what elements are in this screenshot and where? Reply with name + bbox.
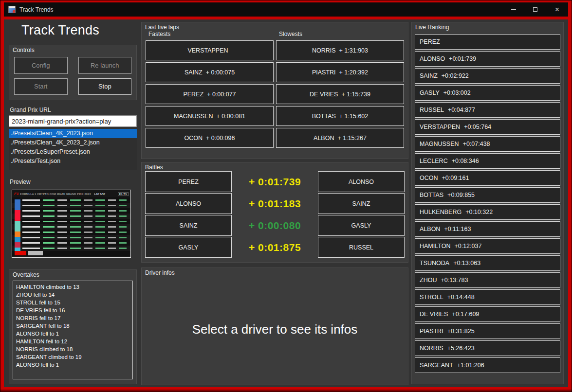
fastest-lap-row[interactable]: VERSTAPPEN <box>146 40 274 60</box>
stop-button[interactable]: Stop <box>78 78 132 95</box>
preset-item[interactable]: ./Presets/Clean_4K_2023.json <box>9 129 137 138</box>
ranking-row[interactable]: VERSTAPPEN+0:05:764 <box>415 119 560 135</box>
controls-grid: Config Re launch Start Stop <box>13 57 132 95</box>
ranking-row[interactable]: BOTTAS+0:09:855 <box>415 187 560 203</box>
lap-gap: + 0:00:075 <box>206 69 235 76</box>
left-panel: Track Trends Controls Config Re launch S… <box>9 19 137 387</box>
battle-gap: + 0:00:080 <box>232 215 318 236</box>
ranking-row[interactable]: SAINZ+0:02:922 <box>415 68 560 84</box>
lap-gap: + 0:00:096 <box>206 135 235 142</box>
relaunch-button[interactable]: Re launch <box>78 57 132 74</box>
slowest-lap-row[interactable]: BOTTAS + 1:15:602 <box>276 106 404 126</box>
driver-gap: +0:01:739 <box>449 55 476 62</box>
preset-item[interactable]: ./Presets/Clean_4K_2023_2.json <box>9 138 137 147</box>
ranking-row[interactable]: ALONSO+0:01:739 <box>415 51 560 67</box>
ranking-row[interactable]: HULKENBERG+0:10:322 <box>415 204 560 220</box>
close-button[interactable]: × <box>546 2 568 17</box>
driver-name: NORRIS <box>312 47 336 54</box>
f1-logo-icon: F1 <box>14 192 18 196</box>
battle-right-driver[interactable]: GASLY <box>318 215 405 236</box>
last-five-laps-label: Last five laps <box>145 24 179 31</box>
driver-gap: +0:17:609 <box>452 311 479 318</box>
ranking-row[interactable]: PIASTRI+0:31:825 <box>415 323 560 339</box>
driver-name: HULKENBERG <box>420 209 461 215</box>
battle-row: ALONSO + 0:01:183 SAINZ <box>145 193 405 214</box>
battle-left-driver[interactable]: SAINZ <box>145 215 232 236</box>
driver-gap: +0:10:322 <box>465 209 493 215</box>
ranking-row[interactable]: PEREZ <box>415 34 560 50</box>
preset-item[interactable]: ./Presets/Test.json <box>9 157 137 166</box>
overtake-item: ZHOU fell to 14 <box>16 291 129 299</box>
battle-left-driver[interactable]: GASLY <box>145 237 232 258</box>
preview-gray-chip <box>28 251 43 255</box>
start-button[interactable]: Start <box>14 78 68 95</box>
driver-infos-placeholder: Select a driver to see its infos <box>192 322 358 337</box>
fastest-lap-row[interactable]: OCON + 0:00:096 <box>146 128 274 148</box>
slowest-lap-row[interactable]: DE VRIES + 1:15:739 <box>276 84 404 104</box>
driver-gap: +0:08:346 <box>452 158 479 164</box>
presets-list[interactable]: ./Presets/Clean_4K_2023.json ./Presets/C… <box>9 128 137 170</box>
driver-name: ALONSO <box>420 55 445 62</box>
driver-gap: +0:05:764 <box>464 124 491 130</box>
live-ranking-group: Live Ranking PEREZ ALONSO+0:01:739 SAINZ… <box>411 22 564 384</box>
ranking-row[interactable]: NORRIS+5:26:423 <box>415 340 560 356</box>
minimize-icon <box>511 9 516 10</box>
grand-prix-url-input[interactable] <box>9 115 137 127</box>
minimize-button[interactable] <box>502 2 524 17</box>
fastest-lap-row[interactable]: PEREZ + 0:00:077 <box>146 84 274 104</box>
ranking-row[interactable]: DE VRIES+0:17:609 <box>415 306 560 322</box>
ranking-row[interactable]: RUSSEL+0:04:877 <box>415 102 560 118</box>
app-title: Track Trends <box>21 23 137 38</box>
titlebar: Track Trends × <box>4 2 568 17</box>
ranking-row[interactable]: OCON+0:09:161 <box>415 170 560 186</box>
battle-left-driver[interactable]: ALONSO <box>145 193 232 214</box>
driver-name: HAMILTON <box>420 243 450 249</box>
battle-right-driver[interactable]: RUSSEL <box>318 237 405 258</box>
driver-name: PEREZ <box>420 38 440 45</box>
preset-item[interactable]: ./Presets/LeSuperPreset.json <box>9 147 137 157</box>
live-ranking-label: Live Ranking <box>415 24 449 31</box>
battle-row: PEREZ + 0:01:739 ALONSO <box>145 171 405 192</box>
driver-gap: +0:31:825 <box>447 328 475 335</box>
overtake-item: SARGEANT fell to 18 <box>16 322 129 330</box>
ranking-row[interactable]: MAGNUSSEN+0:07:438 <box>415 136 560 152</box>
driver-gap: +0:11:163 <box>444 226 471 232</box>
ranking-row[interactable]: TSUNODA+0:13:063 <box>415 255 560 271</box>
overtake-item: NORRIS climbed to 18 <box>16 345 129 353</box>
driver-infos-label: Driver infos <box>145 269 175 276</box>
slowest-lap-row[interactable]: PIASTRI + 1:20:392 <box>276 62 404 82</box>
slowest-lap-row[interactable]: ALBON + 1:15:267 <box>276 128 404 148</box>
battle-left-driver[interactable]: PEREZ <box>145 171 232 192</box>
driver-name: STROLL <box>420 294 443 301</box>
lap-gap: + 1:20:392 <box>339 69 368 76</box>
ranking-row[interactable]: ALBON+0:11:163 <box>415 221 560 237</box>
config-button[interactable]: Config <box>14 57 68 74</box>
maximize-button[interactable] <box>524 2 546 17</box>
fastest-lap-row[interactable]: SAINZ + 0:00:075 <box>146 62 274 82</box>
driver-gap: +5:26:423 <box>447 345 475 352</box>
battle-right-driver[interactable]: ALONSO <box>318 171 405 192</box>
battle-right-driver[interactable]: SAINZ <box>318 193 405 214</box>
battle-row: GASLY + 0:01:875 RUSSEL <box>145 237 405 258</box>
driver-name: OCON <box>185 135 203 142</box>
ranking-row[interactable]: GASLY+0:03:002 <box>415 85 560 101</box>
driver-gap: +0:03:002 <box>443 89 471 96</box>
fastest-lap-row[interactable]: MAGNUSSEN + 0:00:081 <box>146 106 274 126</box>
preview-timing-rows <box>12 197 130 257</box>
overtakes-list[interactable]: HAMILTON climbed to 13 ZHOU fell to 14 S… <box>13 281 133 379</box>
ranking-row[interactable]: SARGEANT+1:01:206 <box>415 357 560 373</box>
driver-gap: +0:13:063 <box>453 260 480 267</box>
preview-image: F1 FORMULA 1 CRYPTO.COM MIAMI GRAND PRIX… <box>12 190 131 258</box>
driver-name: BOTTAS <box>312 113 336 120</box>
ranking-row[interactable]: LECLERC+0:08:346 <box>415 153 560 169</box>
driver-gap: +0:04:877 <box>448 107 475 113</box>
driver-name: PIASTRI <box>420 328 443 335</box>
driver-gap: +0:09:855 <box>447 192 475 198</box>
overtake-item: HAMILTON fell to 12 <box>16 338 129 345</box>
ranking-row[interactable]: STROLL+0:14:448 <box>415 289 560 305</box>
ranking-row[interactable]: HAMILTON+0:12:037 <box>415 238 560 254</box>
preview-header: F1 FORMULA 1 CRYPTO.COM MIAMI GRAND PRIX… <box>12 190 130 197</box>
driver-name: DE VRIES <box>310 91 338 98</box>
slowest-lap-row[interactable]: NORRIS + 1:31:903 <box>276 40 404 60</box>
ranking-row[interactable]: ZHOU+0:13:783 <box>415 272 560 288</box>
